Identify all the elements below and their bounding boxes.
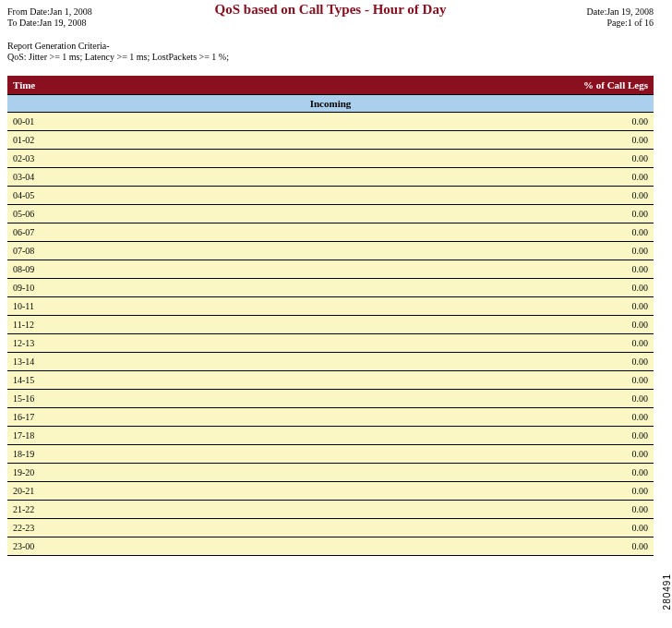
table-row: 17-180.00 [7,427,654,445]
cell-value: 0.00 [206,519,654,537]
table-row: 06-070.00 [7,223,654,242]
cell-time: 01-02 [7,131,206,150]
cell-time: 23-00 [7,537,206,556]
table-row: 15-160.00 [7,390,654,408]
cell-time: 06-07 [7,223,206,242]
criteria-title: Report Generation Criteria- [7,41,654,52]
table-row: 11-120.00 [7,316,654,334]
cell-time: 22-23 [7,519,206,537]
table-row: 09-100.00 [7,279,654,297]
cell-time: 18-19 [7,445,206,464]
to-date: To Date:Jan 19, 2008 [7,18,86,28]
cell-time: 10-11 [7,297,206,316]
cell-time: 16-17 [7,408,206,427]
page-number: Page:1 of 16 [606,18,654,28]
table-header-row: Time % of Call Legs [7,76,654,95]
cell-value: 0.00 [206,187,654,205]
cell-time: 14-15 [7,371,206,390]
cell-value: 0.00 [206,537,654,556]
cell-value: 0.00 [206,482,654,501]
cell-value: 0.00 [206,242,654,260]
cell-time: 04-05 [7,187,206,205]
column-header-time: Time [7,76,206,95]
cell-value: 0.00 [206,297,654,316]
cell-value: 0.00 [206,223,654,242]
cell-time: 05-06 [7,205,206,223]
report-page: QoS based on Call Types - Hour of Day Fr… [0,0,672,628]
cell-time: 00-01 [7,113,206,131]
table-row: 00-010.00 [7,113,654,131]
cell-time: 21-22 [7,501,206,519]
cell-value: 0.00 [206,445,654,464]
cell-time: 17-18 [7,427,206,445]
data-table: Time % of Call Legs Incoming 00-010.0001… [7,76,654,556]
cell-time: 03-04 [7,168,206,187]
report-area: QoS based on Call Types - Hour of Day Fr… [7,0,654,556]
table-row: 16-170.00 [7,408,654,427]
cell-time: 13-14 [7,353,206,371]
cell-time: 09-10 [7,279,206,297]
cell-time: 08-09 [7,260,206,279]
table-row: 13-140.00 [7,353,654,371]
table-row: 08-090.00 [7,260,654,279]
criteria-detail: QoS: Jitter >= 1 ms; Latency >= 1 ms; Lo… [7,52,654,63]
table-row: 10-110.00 [7,297,654,316]
figure-code: 280491 [662,574,672,610]
from-date: From Date:Jan 1, 2008 [7,6,92,17]
cell-value: 0.00 [206,113,654,131]
cell-value: 0.00 [206,279,654,297]
report-title: QoS based on Call Types - Hour of Day [7,2,654,18]
cell-value: 0.00 [206,131,654,150]
cell-value: 0.00 [206,260,654,279]
cell-value: 0.00 [206,408,654,427]
table-row: 22-230.00 [7,519,654,537]
cell-value: 0.00 [206,353,654,371]
cell-value: 0.00 [206,501,654,519]
section-name: Incoming [7,95,654,113]
cell-value: 0.00 [206,390,654,408]
table-row: 01-020.00 [7,131,654,150]
section-row: Incoming [7,95,654,113]
column-header-pct: % of Call Legs [206,76,654,95]
table-row: 05-060.00 [7,205,654,223]
cell-value: 0.00 [206,150,654,168]
table-row: 19-200.00 [7,464,654,482]
report-date: Date:Jan 19, 2008 [587,6,654,17]
table-row: 02-030.00 [7,150,654,168]
cell-time: 12-13 [7,334,206,353]
cell-value: 0.00 [206,205,654,223]
table-row: 14-150.00 [7,371,654,390]
cell-value: 0.00 [206,371,654,390]
cell-value: 0.00 [206,427,654,445]
table-row: 20-210.00 [7,482,654,501]
cell-time: 19-20 [7,464,206,482]
table-row: 18-190.00 [7,445,654,464]
cell-time: 20-21 [7,482,206,501]
cell-value: 0.00 [206,316,654,334]
table-row: 12-130.00 [7,334,654,353]
table-row: 07-080.00 [7,242,654,260]
cell-time: 11-12 [7,316,206,334]
cell-time: 15-16 [7,390,206,408]
cell-value: 0.00 [206,168,654,187]
table-row: 03-040.00 [7,168,654,187]
table-row: 23-000.00 [7,537,654,556]
cell-time: 02-03 [7,150,206,168]
criteria-block: Report Generation Criteria- QoS: Jitter … [7,41,654,63]
cell-value: 0.00 [206,334,654,353]
report-header: QoS based on Call Types - Hour of Day Fr… [7,0,654,33]
table-row: 21-220.00 [7,501,654,519]
table-row: 04-050.00 [7,187,654,205]
cell-time: 07-08 [7,242,206,260]
cell-value: 0.00 [206,464,654,482]
